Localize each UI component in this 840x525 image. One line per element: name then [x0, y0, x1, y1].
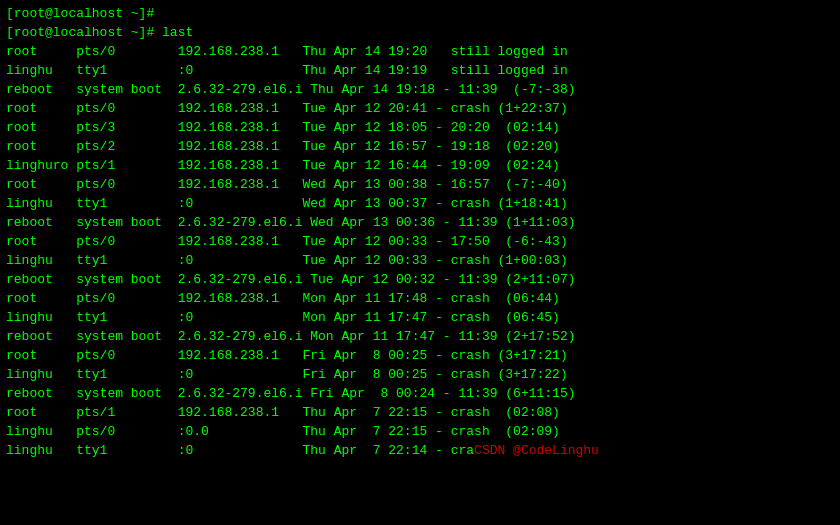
- output-line-3: reboot system boot 2.6.32-279.el6.i Thu …: [6, 82, 576, 97]
- output-line-12: linghu tty1 :0 Tue Apr 12 00:33 - crash …: [6, 253, 568, 268]
- output-line-5: root pts/3 192.168.238.1 Tue Apr 12 18:0…: [6, 120, 560, 135]
- output-line-9: linghu tty1 :0 Wed Apr 13 00:37 - crash …: [6, 196, 568, 211]
- prompt-line: [root@localhost ~]# [root@localhost ~]# …: [6, 6, 193, 40]
- output-line-22: linghu tty1 :0 Thu Apr 7 22:14 - cra: [6, 443, 474, 458]
- output-line-7: linghuro pts/1 192.168.238.1 Tue Apr 12 …: [6, 158, 560, 173]
- output-line-20: root pts/1 192.168.238.1 Thu Apr 7 22:15…: [6, 405, 560, 420]
- output-line-6: root pts/2 192.168.238.1 Tue Apr 12 16:5…: [6, 139, 560, 154]
- output-line-13: reboot system boot 2.6.32-279.el6.i Tue …: [6, 272, 576, 287]
- terminal-window: [root@localhost ~]# [root@localhost ~]# …: [0, 0, 840, 525]
- output-line-4: root pts/0 192.168.238.1 Tue Apr 12 20:4…: [6, 101, 568, 116]
- terminal-output: [root@localhost ~]# [root@localhost ~]# …: [6, 4, 834, 460]
- output-line-15: linghu tty1 :0 Mon Apr 11 17:47 - crash …: [6, 310, 560, 325]
- output-line-10: reboot system boot 2.6.32-279.el6.i Wed …: [6, 215, 576, 230]
- output-line-2: linghu tty1 :0 Thu Apr 14 19:19 still lo…: [6, 63, 568, 78]
- watermark-text: CSDN @CodeLinghu: [474, 443, 599, 458]
- output-line-17: root pts/0 192.168.238.1 Fri Apr 8 00:25…: [6, 348, 568, 363]
- output-line-21: linghu pts/0 :0.0 Thu Apr 7 22:15 - cras…: [6, 424, 560, 439]
- output-line-16: reboot system boot 2.6.32-279.el6.i Mon …: [6, 329, 576, 344]
- output-line-11: root pts/0 192.168.238.1 Tue Apr 12 00:3…: [6, 234, 568, 249]
- output-line-14: root pts/0 192.168.238.1 Mon Apr 11 17:4…: [6, 291, 560, 306]
- output-line-18: linghu tty1 :0 Fri Apr 8 00:25 - crash (…: [6, 367, 568, 382]
- output-line-19: reboot system boot 2.6.32-279.el6.i Fri …: [6, 386, 576, 401]
- output-line-8: root pts/0 192.168.238.1 Wed Apr 13 00:3…: [6, 177, 568, 192]
- output-line-1: root pts/0 192.168.238.1 Thu Apr 14 19:2…: [6, 44, 568, 59]
